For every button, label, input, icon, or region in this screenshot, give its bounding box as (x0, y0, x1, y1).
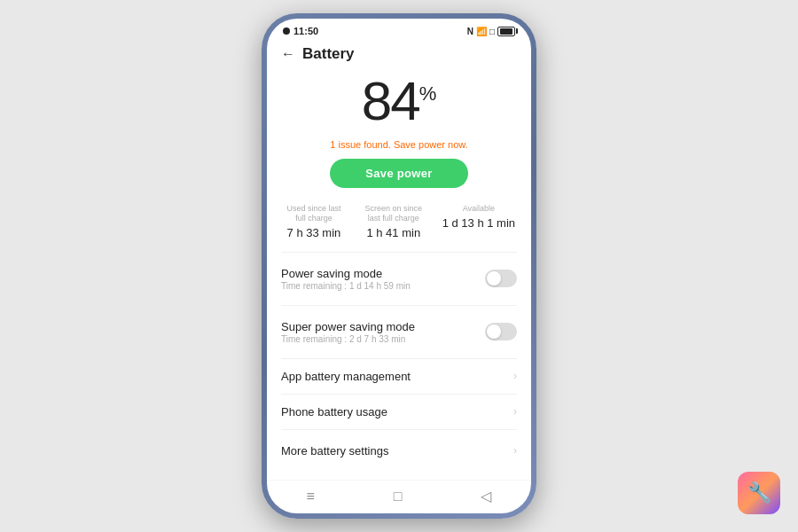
more-battery-settings-row[interactable]: More battery settings › (267, 434, 531, 468)
top-bar: ← Battery (267, 40, 531, 70)
issue-count: 1 issue found. (330, 139, 391, 150)
status-left: 11:50 (283, 26, 318, 36)
status-right: N 📶 □ (467, 27, 515, 36)
camera-dot (283, 27, 290, 35)
super-power-saving-toggle[interactable] (485, 323, 517, 340)
back-nav-button[interactable]: ◁ (481, 488, 491, 505)
stat-available-label-real: Available (463, 204, 495, 214)
save-power-button[interactable]: Save power (330, 159, 467, 188)
bottom-spacer (267, 468, 531, 480)
screen-content: ← Battery 84% 1 issue found. Save power … (267, 40, 531, 480)
super-power-saving-row: Super power saving mode Time remaining :… (267, 311, 531, 353)
phone-screen: 11:50 N 📶 □ ← Battery 84% (267, 19, 531, 513)
app-battery-management-row[interactable]: App battery management › (267, 359, 531, 394)
back-button[interactable]: ← (281, 46, 295, 62)
issue-message: Save power now. (394, 139, 468, 150)
power-saving-row: Power saving mode Time remaining : 1 d 1… (267, 258, 531, 300)
divider-5 (281, 429, 517, 430)
battery-percent-section: 84% (267, 70, 531, 136)
stat-screen-value: 1 h 41 min (366, 226, 420, 239)
phone-battery-usage-label: Phone battery usage (281, 405, 387, 419)
stat-available-value: 1 d 13 h 1 min (442, 216, 515, 230)
phone-battery-usage-row[interactable]: Phone battery usage › (267, 395, 531, 429)
signal-icon: N (467, 27, 473, 36)
more-battery-settings-label: More battery settings (281, 444, 388, 458)
super-power-saving-sub: Time remaining : 2 d 7 h 33 min (281, 334, 415, 344)
power-saving-section: Power saving mode Time remaining : 1 d 1… (267, 253, 531, 305)
network-icon: □ (489, 27, 495, 36)
power-saving-text: Power saving mode Time remaining : 1 d 1… (281, 267, 411, 291)
menu-button[interactable]: ≡ (306, 489, 314, 505)
app-battery-management-label: App battery management (281, 370, 411, 383)
watermark-icon: 🔧 (738, 472, 780, 514)
stat-screen: Screen on since last full charge 1 h 41 … (363, 204, 425, 239)
power-saving-toggle[interactable] (485, 270, 517, 287)
battery-fill (500, 28, 512, 35)
stat-used-label: Used since last full charge (283, 204, 345, 223)
stat-available: Used since last full charge Available 1 … (442, 204, 515, 239)
super-power-saving-label: Super power saving mode (281, 320, 415, 333)
power-saving-label: Power saving mode (281, 267, 411, 280)
wifi-icon: 📶 (476, 27, 487, 36)
status-time: 11:50 (293, 26, 318, 36)
chevron-icon-1: › (513, 370, 517, 382)
chevron-icon-2: › (513, 405, 517, 418)
stats-row: Used since last full charge 7 h 33 min S… (267, 200, 531, 252)
battery-status-icon (497, 27, 515, 36)
home-button[interactable]: □ (394, 489, 403, 505)
battery-percentage: 84% (362, 74, 437, 129)
stat-used: Used since last full charge 7 h 33 min (283, 204, 345, 239)
issue-text: 1 issue found. Save power now. (267, 139, 531, 150)
stat-screen-label: Screen on since last full charge (363, 204, 425, 223)
page-title: Battery (302, 45, 355, 63)
chevron-icon-3: › (513, 444, 517, 457)
super-power-saving-section: Super power saving mode Time remaining :… (267, 306, 531, 358)
super-power-saving-text: Super power saving mode Time remaining :… (281, 320, 415, 344)
phone-frame: 11:50 N 📶 □ ← Battery 84% (262, 13, 536, 519)
status-bar: 11:50 N 📶 □ (267, 19, 531, 40)
bottom-nav: ≡ □ ◁ (267, 480, 531, 513)
stat-used-value: 7 h 33 min (287, 226, 341, 239)
power-saving-sub: Time remaining : 1 d 14 h 59 min (281, 281, 411, 291)
